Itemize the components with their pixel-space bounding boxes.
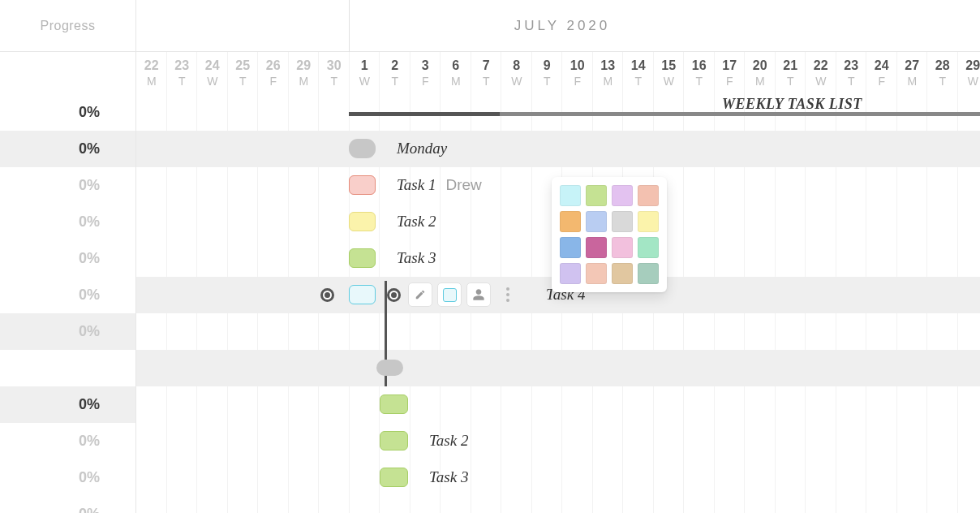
task-label: Task 3 <box>429 468 468 486</box>
color-swatch[interactable] <box>612 263 633 284</box>
user-icon <box>472 288 485 301</box>
task-pill[interactable] <box>349 139 376 158</box>
color-swatch[interactable] <box>638 211 659 232</box>
progress-value: 0% <box>0 313 135 350</box>
color-swatch[interactable] <box>586 237 607 258</box>
task-label: Task 1Drew <box>397 176 482 194</box>
more-icon <box>506 287 509 302</box>
gantt-row-b0[interactable] <box>136 386 980 423</box>
color-swatch[interactable] <box>586 185 607 206</box>
more-button[interactable] <box>496 282 520 307</box>
color-swatch[interactable] <box>612 211 633 232</box>
gantt-row-b2-task3[interactable]: Task 3 <box>136 459 980 496</box>
progress-value: 0% <box>0 277 135 313</box>
gantt-spacer-row <box>136 313 980 350</box>
progress-value: 0% <box>0 204 135 240</box>
color-swatch[interactable] <box>612 237 633 258</box>
progress-value: 0% <box>0 423 135 459</box>
gantt-row-b1-task2[interactable]: Task 2 <box>136 423 980 459</box>
timeline-body: WEEKLY TASK LIST Monday Task 1Drew Task … <box>136 94 980 496</box>
progress-value: 0% <box>0 386 135 423</box>
color-swatch[interactable] <box>586 211 607 232</box>
task-label: Task 2 <box>397 213 436 231</box>
color-picker-popover[interactable] <box>552 177 667 292</box>
gantt-title-row[interactable]: WEEKLY TASK LIST <box>136 94 980 131</box>
assign-button[interactable] <box>466 282 491 307</box>
pencil-icon <box>415 289 426 300</box>
progress-value: 0% <box>0 94 135 131</box>
gantt-title-bar[interactable]: WEEKLY TASK LIST <box>349 112 980 116</box>
gantt-title-label: WEEKLY TASK LIST <box>722 96 862 113</box>
month-header: JULY 2020 <box>136 0 980 52</box>
progress-value: 0% <box>0 131 135 167</box>
drag-handle-right[interactable] <box>387 288 401 302</box>
task-toolbar <box>408 282 520 307</box>
progress-value: 0% <box>0 496 135 513</box>
color-swatch[interactable] <box>638 185 659 206</box>
progress-value: 0% <box>0 459 135 496</box>
color-swatch[interactable] <box>560 237 581 258</box>
timeline[interactable]: JULY 2020 22M23T24W25T26F29M30T1W2T3F6M7… <box>136 0 980 513</box>
assignee-label: Drew <box>445 176 481 193</box>
task-pill[interactable] <box>380 468 408 487</box>
color-swatch[interactable] <box>560 185 581 206</box>
progress-value: 0% <box>0 167 135 204</box>
task-pill[interactable] <box>349 175 376 195</box>
progress-column: Progress 0%0%0%0%0%0%0%0%0%0%0% <box>0 0 136 513</box>
task-label: Task 3 <box>397 249 436 267</box>
task-pill[interactable] <box>349 212 376 231</box>
color-swatch[interactable] <box>586 263 607 284</box>
edit-button[interactable] <box>408 282 432 307</box>
task-pill-selected[interactable] <box>349 285 376 304</box>
color-swatch-icon <box>443 288 457 302</box>
color-swatch[interactable] <box>638 263 659 284</box>
progress-header: Progress <box>0 0 135 52</box>
color-swatch[interactable] <box>638 237 659 258</box>
task-pill[interactable] <box>380 394 408 414</box>
gantt-row-group2[interactable] <box>136 350 980 386</box>
task-pill[interactable] <box>349 248 376 268</box>
drag-handle-left[interactable] <box>320 288 334 302</box>
color-button[interactable] <box>437 282 462 307</box>
color-swatch[interactable] <box>612 185 633 206</box>
group-marker[interactable] <box>376 360 403 376</box>
color-swatch[interactable] <box>560 211 581 232</box>
gantt-row-monday[interactable]: Monday <box>136 131 980 167</box>
task-label: Task 2 <box>429 432 468 450</box>
task-label: Monday <box>397 140 447 157</box>
color-swatch[interactable] <box>560 263 581 284</box>
progress-value: 0% <box>0 240 135 277</box>
task-pill[interactable] <box>380 431 408 450</box>
